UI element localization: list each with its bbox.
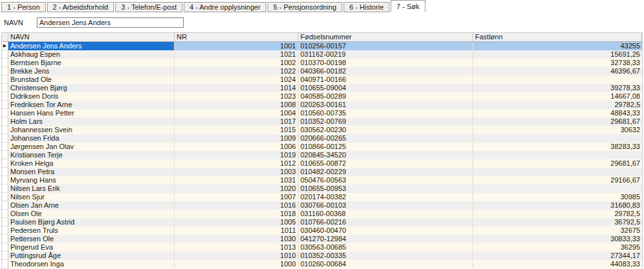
- cell-nr[interactable]: 1031: [175, 176, 298, 184]
- cell-fastlonn[interactable]: 29681,67: [473, 159, 642, 168]
- current-row-marker[interactable]: ▶: [2, 42, 8, 50]
- cell-fastlonn[interactable]: 46396,67: [473, 67, 642, 75]
- cell-fastlonn[interactable]: 14667,08: [473, 92, 642, 101]
- cell-fastlonn[interactable]: 44083,33: [473, 260, 642, 268]
- cell-fastlonn[interactable]: 32738,33: [473, 59, 642, 67]
- table-row[interactable]: ▶Andersen Jens Anders1001010256-00157432…: [2, 42, 642, 50]
- cell-fastlonn[interactable]: 29681,67: [473, 117, 642, 126]
- table-row[interactable]: Theodorsen Inga1000010260-0068444083,33: [2, 260, 642, 268]
- cell-navn[interactable]: Olsen Ole: [8, 210, 175, 218]
- tab-3[interactable]: 3 - Telefon/E-post: [115, 2, 182, 12]
- cell-fodselsnummer[interactable]: 010256-00157: [298, 42, 473, 50]
- table-row[interactable]: Johansen Frida1009020666-00265: [2, 134, 642, 143]
- row-selector-cell[interactable]: [2, 159, 8, 168]
- cell-nr[interactable]: 1023: [175, 92, 298, 101]
- cell-fodselsnummer[interactable]: 020263-00161: [298, 101, 473, 109]
- row-selector-cell[interactable]: [2, 226, 8, 235]
- cell-navn[interactable]: Hansen Hans Petter: [8, 109, 175, 117]
- cell-fodselsnummer[interactable]: 030562-00230: [298, 126, 473, 134]
- table-row[interactable]: Myrvang Hans1031050476-0056329166,67: [2, 176, 642, 184]
- row-selector-cell[interactable]: [2, 235, 8, 243]
- cell-navn[interactable]: Nilsen Sjur: [8, 193, 175, 201]
- row-selector-cell[interactable]: [2, 193, 8, 201]
- cell-fastlonn[interactable]: [473, 134, 642, 143]
- cell-navn[interactable]: Brekke Jens: [8, 67, 175, 75]
- row-selector-cell[interactable]: [2, 168, 8, 176]
- row-selector-cell[interactable]: [2, 260, 8, 268]
- cell-nr[interactable]: 1009: [175, 134, 298, 143]
- table-row[interactable]: Monsen Petra1003010482-00229: [2, 168, 642, 176]
- cell-nr[interactable]: 1017: [175, 117, 298, 126]
- cell-fastlonn[interactable]: 31680,83: [473, 201, 642, 210]
- cell-fodselsnummer[interactable]: 030563-00685: [298, 243, 473, 252]
- table-row[interactable]: Christensen Bjørg1014010655-0900439278,3…: [2, 84, 642, 92]
- cell-fodselsnummer[interactable]: 010352-00769: [298, 117, 473, 126]
- cell-fastlonn[interactable]: 27344,17: [473, 252, 642, 260]
- cell-fastlonn[interactable]: 29166,67: [473, 176, 642, 184]
- cell-navn[interactable]: Fredriksen Tor Arne: [8, 101, 175, 109]
- table-row[interactable]: Olsen Ole1018031160-0036829782,5: [2, 210, 642, 218]
- cell-fastlonn[interactable]: [473, 151, 642, 159]
- cell-navn[interactable]: Askhaug Espen: [8, 50, 175, 59]
- cell-nr[interactable]: 1022: [175, 67, 298, 75]
- cell-navn[interactable]: Johannessen Svein: [8, 126, 175, 134]
- cell-fodselsnummer[interactable]: 010655-09004: [298, 84, 473, 92]
- tab-2[interactable]: 2 - Arbeidsforhold: [47, 2, 114, 12]
- cell-navn[interactable]: Christensen Bjørg: [8, 84, 175, 92]
- table-row[interactable]: Kristiansen Terje1019020845-34520: [2, 151, 642, 159]
- cell-fastlonn[interactable]: 29782,5: [473, 210, 642, 218]
- cell-nr[interactable]: 1024: [175, 75, 298, 84]
- cell-nr[interactable]: 1001: [175, 42, 298, 50]
- cell-fodselsnummer[interactable]: 010866-00125: [298, 143, 473, 151]
- cell-fastlonn[interactable]: 30985: [473, 193, 642, 201]
- table-row[interactable]: Puttingsrud Åge1010010352-0033527344,17: [2, 252, 642, 260]
- column-header-nr[interactable]: NR: [175, 33, 298, 41]
- row-selector-cell[interactable]: [2, 67, 8, 75]
- row-selector-cell[interactable]: [2, 151, 8, 159]
- cell-fastlonn[interactable]: 30833,33: [473, 235, 642, 243]
- table-row[interactable]: Hansen Hans Petter1004010560-0073548843,…: [2, 109, 642, 117]
- table-row[interactable]: Holm Lars1017010352-0076929681,67: [2, 117, 642, 126]
- cell-fastlonn[interactable]: 32675: [473, 226, 642, 235]
- table-row[interactable]: Askhaug Espen1021031162-0021915691,25: [2, 50, 642, 59]
- cell-fodselsnummer[interactable]: 010370-00198: [298, 59, 473, 67]
- cell-navn[interactable]: Johansen Frida: [8, 134, 175, 143]
- cell-nr[interactable]: 1007: [175, 193, 298, 201]
- cell-fastlonn[interactable]: [473, 75, 642, 84]
- table-row[interactable]: Fredriksen Tor Arne1008020263-0016129782…: [2, 101, 642, 109]
- cell-nr[interactable]: 1005: [175, 218, 298, 226]
- cell-nr[interactable]: 1000: [175, 260, 298, 268]
- row-selector-cell[interactable]: [2, 243, 8, 252]
- table-row[interactable]: Nilsen Lars Erik1020010655-00953: [2, 184, 642, 193]
- table-row[interactable]: Paulsen Bjørg Astrid1005010766-002163679…: [2, 218, 642, 226]
- cell-nr[interactable]: 1019: [175, 151, 298, 159]
- cell-fastlonn[interactable]: 36792,5: [473, 218, 642, 226]
- cell-fodselsnummer[interactable]: 020666-00265: [298, 134, 473, 143]
- cell-fodselsnummer[interactable]: 020174-00382: [298, 193, 473, 201]
- cell-fastlonn[interactable]: [473, 168, 642, 176]
- cell-nr[interactable]: 1002: [175, 59, 298, 67]
- cell-fodselsnummer[interactable]: 031162-00219: [298, 50, 473, 59]
- row-selector-cell[interactable]: [2, 109, 8, 117]
- table-row[interactable]: Pingerud Eva1013030563-0068536295: [2, 243, 642, 252]
- cell-navn[interactable]: Pingerud Eva: [8, 243, 175, 252]
- cell-fastlonn[interactable]: 15691,25: [473, 50, 642, 59]
- table-row[interactable]: Brekke Jens1022040366-0018246396,67: [2, 67, 642, 75]
- cell-fastlonn[interactable]: 39278,33: [473, 84, 642, 92]
- cell-navn[interactable]: Myrvang Hans: [8, 176, 175, 184]
- cell-fodselsnummer[interactable]: 010560-00735: [298, 109, 473, 117]
- cell-fodselsnummer[interactable]: 040585-00289: [298, 92, 473, 101]
- cell-fodselsnummer[interactable]: 041270-12984: [298, 235, 473, 243]
- cell-navn[interactable]: Theodorsen Inga: [8, 260, 175, 268]
- tab-4[interactable]: 4 - Andre opplysninger: [184, 2, 266, 12]
- cell-nr[interactable]: 1012: [175, 159, 298, 168]
- table-row[interactable]: Pettersen Ole1030041270-1298430833,33: [2, 235, 642, 243]
- row-selector-cell[interactable]: [2, 101, 8, 109]
- tab-1[interactable]: 1 - Person: [1, 2, 46, 12]
- cell-nr[interactable]: 1013: [175, 243, 298, 252]
- cell-fodselsnummer[interactable]: 040971-00166: [298, 75, 473, 84]
- row-selector-cell[interactable]: [2, 184, 8, 193]
- cell-navn[interactable]: Pedersen Truls: [8, 226, 175, 235]
- cell-fodselsnummer[interactable]: 010482-00229: [298, 168, 473, 176]
- cell-navn[interactable]: Holm Lars: [8, 117, 175, 126]
